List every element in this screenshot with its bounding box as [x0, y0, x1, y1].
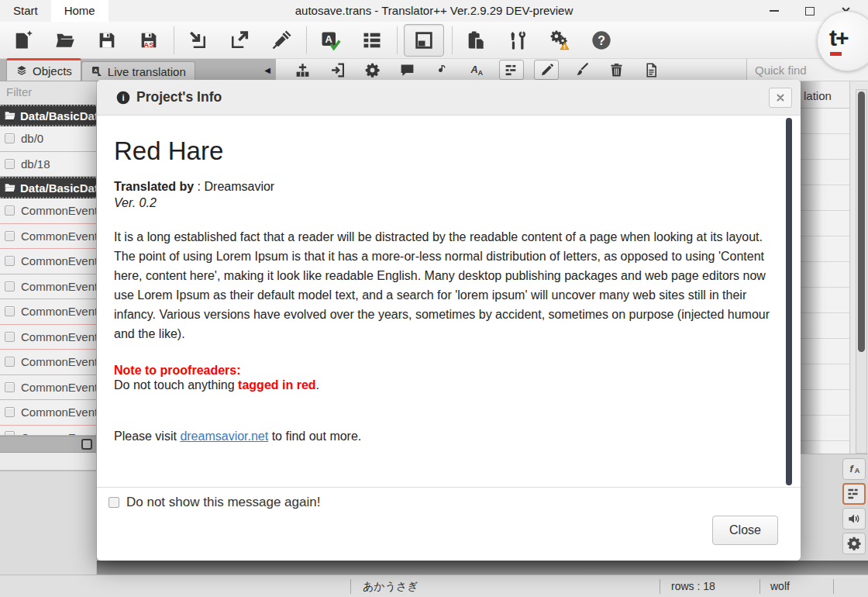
filter-input[interactable]	[6, 85, 90, 98]
edit-icon	[539, 62, 555, 78]
dreamsavior-link[interactable]: dreamsavior.net	[180, 430, 268, 443]
dont-show-again-checkbox[interactable]	[108, 497, 119, 508]
window-title: autosave.trans - Translator++ Ver.2.9.29…	[0, 0, 868, 22]
new-project-button[interactable]	[6, 24, 40, 57]
translation-column-header[interactable]: lation	[801, 81, 850, 109]
process-warning-button[interactable]	[542, 24, 577, 57]
window-titlebar: Start Home autosave.trans - Translator++…	[0, 0, 868, 22]
info-icon	[115, 90, 131, 105]
close-button[interactable]: Close	[712, 516, 778, 545]
item-checkbox[interactable]	[5, 332, 15, 342]
sidebar-folder-row[interactable]: Data/BasicData	[0, 177, 96, 198]
tools-button[interactable]	[501, 24, 535, 57]
item-checkbox[interactable]	[5, 281, 15, 292]
document-button[interactable]	[639, 60, 663, 80]
add-row-button[interactable]	[290, 60, 315, 80]
dont-show-again-row[interactable]: Do not show this message again!	[97, 488, 801, 510]
sidebar-item[interactable]: CommonEvents	[0, 249, 96, 274]
import-icon	[187, 29, 208, 51]
go-into-button[interactable]	[325, 60, 350, 80]
export-button[interactable]	[222, 24, 257, 57]
item-checkbox[interactable]	[5, 159, 15, 169]
maximize-button[interactable]	[792, 0, 828, 22]
translated-by-value: : Dreamsavior	[194, 180, 274, 193]
status-separator	[660, 579, 660, 594]
item-checkbox[interactable]	[5, 133, 15, 143]
help-button[interactable]	[584, 24, 618, 57]
status-row-count: rows : 18	[671, 575, 715, 597]
sidebar-item-partial[interactable]: CommonEvents	[0, 426, 96, 436]
item-checkbox[interactable]	[5, 357, 15, 367]
item-checkbox[interactable]	[5, 231, 15, 241]
save-button[interactable]	[90, 24, 124, 57]
inject-button[interactable]	[264, 24, 298, 57]
panel-tabstrip: Objects Live translation ◀	[0, 59, 276, 81]
import-button[interactable]	[181, 24, 215, 57]
sidebar-lower-panel	[0, 453, 96, 471]
save-as-button[interactable]	[132, 24, 166, 57]
visit-line: Please visit dreamsavior.net to find out…	[114, 430, 782, 443]
tab-scroll-left-arrow[interactable]: ◀	[264, 66, 270, 74]
sidebar-select-all-checkbox[interactable]	[81, 439, 92, 450]
sidebar-item[interactable]: CommonEvents	[0, 198, 96, 224]
row-settings-button[interactable]	[360, 60, 384, 80]
tab-live-translation[interactable]: Live translation	[81, 61, 195, 81]
ribbon-tab-start[interactable]: Start	[0, 0, 51, 22]
translation-column-header-fragment: lation	[804, 89, 832, 102]
minimize-button[interactable]	[756, 0, 792, 22]
tab-objects-label: Objects	[33, 64, 72, 78]
dialog-close-button[interactable]	[769, 88, 792, 108]
item-checkbox[interactable]	[5, 256, 15, 266]
sidebar-item[interactable]: db/18	[0, 152, 96, 178]
font-button[interactable]	[464, 60, 489, 80]
item-checkbox[interactable]	[5, 306, 15, 316]
side-row-options-button[interactable]	[842, 483, 866, 505]
dialog-header[interactable]: Project's Info	[97, 80, 801, 116]
status-translation-text: wolf	[770, 575, 790, 597]
sidebar-item[interactable]: CommonEvents	[0, 224, 96, 250]
sidebar-item[interactable]: CommonEvents	[0, 325, 96, 350]
sidebar-footer-bar	[0, 436, 96, 453]
translated-by-line: Translated by : Dreamsavior	[114, 180, 782, 194]
note-button[interactable]	[429, 60, 454, 80]
side-font-button[interactable]	[842, 458, 866, 480]
sidebar-folder-row[interactable]: Data/BasicData	[0, 105, 96, 126]
side-settings-button[interactable]	[842, 533, 866, 554]
note-icon	[436, 64, 448, 76]
sidebar-item[interactable]: db/0	[0, 126, 96, 152]
object-list-button[interactable]	[355, 24, 389, 57]
panel-layout-button[interactable]	[404, 24, 444, 57]
main-scrollbar-thumb[interactable]	[858, 91, 865, 352]
paste-button[interactable]	[459, 24, 493, 57]
batch-translate-icon	[319, 29, 341, 51]
visit-suffix: to find out more.	[268, 430, 361, 443]
sidebar-item[interactable]: CommonEvents	[0, 274, 96, 300]
batch-translate-button[interactable]	[313, 24, 347, 57]
dialog-scrollbar-thumb[interactable]	[786, 118, 792, 485]
side-sound-button[interactable]	[842, 508, 866, 530]
folder-label: Data/BasicData	[20, 109, 96, 123]
status-source-text: あかうさぎ	[363, 575, 418, 597]
item-checkbox[interactable]	[5, 205, 15, 216]
item-checkbox[interactable]	[5, 382, 15, 392]
sidebar-item[interactable]: CommonEvents	[0, 350, 96, 375]
save-as-icon	[138, 29, 160, 51]
row-options-button[interactable]	[499, 60, 524, 80]
edit-button[interactable]	[534, 60, 559, 80]
status-separator	[350, 579, 351, 594]
sidebar-item[interactable]: CommonEvents	[0, 400, 96, 426]
delete-button[interactable]	[604, 60, 629, 80]
item-label: CommonEvents	[21, 330, 96, 343]
open-project-button[interactable]	[48, 24, 82, 57]
sidebar-item[interactable]: CommonEvents	[0, 299, 96, 325]
tab-objects[interactable]: Objects	[6, 58, 81, 81]
item-label: CommonEvents	[21, 381, 96, 394]
ribbon-tab-home[interactable]: Home	[51, 0, 108, 22]
item-checkbox[interactable]	[5, 407, 15, 417]
help-icon	[591, 29, 612, 51]
document-icon	[643, 62, 660, 78]
brush-button[interactable]	[569, 60, 594, 80]
main-vertical-scrollbar[interactable]	[856, 89, 867, 454]
comment-button[interactable]	[394, 60, 419, 80]
sidebar-item[interactable]: CommonEvents	[0, 375, 96, 401]
